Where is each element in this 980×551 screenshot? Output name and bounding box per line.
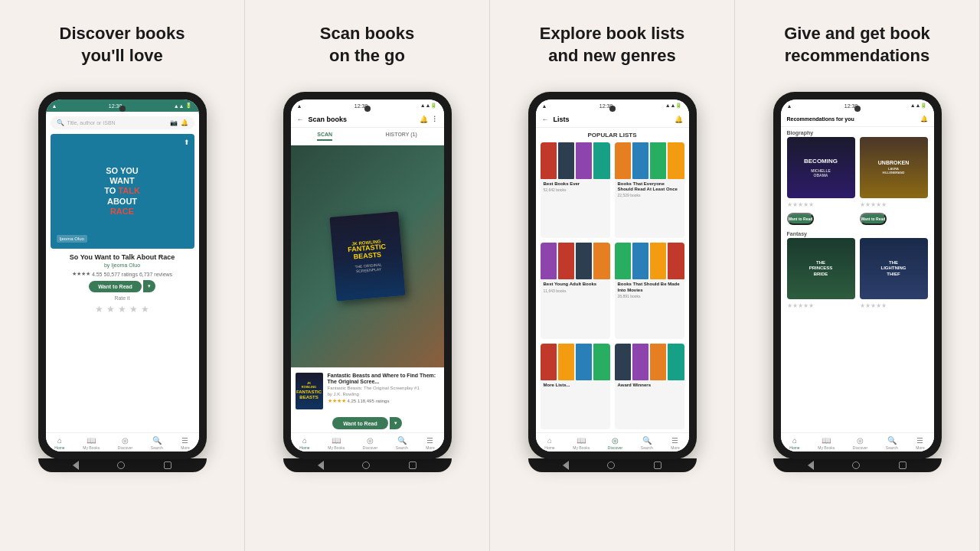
phone1-screen: ▲ 12:30 ▲▲ 🔋 🔍 Title, author or ISBN 📷 🔔…: [46, 99, 199, 452]
cover-text: So you want to talk about race: [98, 160, 146, 223]
recents-button-2[interactable]: [409, 461, 416, 469]
home-button-3[interactable]: [607, 461, 615, 469]
nav-search-4[interactable]: 🔍Search: [886, 436, 898, 450]
user-rating-stars[interactable]: ★★★★★: [52, 304, 193, 315]
rec-appbar: Recommendations for you 🔔: [781, 112, 934, 127]
back-button-2[interactable]: [318, 461, 324, 470]
nav-more[interactable]: ☰More: [181, 436, 189, 450]
rating-stars: ★★★★ 4.55 50,577 ratings 6,737 reviews: [52, 271, 193, 277]
bottom-nav: ⌂Home 📖My Books ◎Discover 🔍Search ☰More: [46, 432, 199, 452]
nav-home-2[interactable]: ⌂Home: [299, 436, 309, 450]
nav-search-2[interactable]: 🔍Search: [396, 436, 408, 450]
dropdown-arrow[interactable]: ▾: [143, 280, 155, 292]
fantasy-books-row: THEPRINCESSBRIDE ★★★★★ THELIGHTNINGTHIEF…: [781, 238, 934, 314]
nav-mybooks-2[interactable]: 📖My Books: [328, 436, 345, 450]
phone4-nav-bar: [773, 458, 942, 472]
book-princess-bride[interactable]: THEPRINCESSBRIDE ★★★★★: [787, 238, 855, 311]
bell-icon-4[interactable]: 🔔: [920, 116, 928, 122]
list-card-2[interactable]: Best Young Adult Books 11,643 books: [541, 243, 610, 338]
nav-discover-2[interactable]: ◎Discover: [363, 436, 377, 450]
book-unbroken[interactable]: UNBROKEN LAURAHILLENBRAND ★★★★★ Want to …: [860, 137, 928, 225]
phone1: ▲ 12:30 ▲▲ 🔋 🔍 Title, author or ISBN 📷 🔔…: [38, 92, 207, 459]
nav-more-3[interactable]: ☰More: [671, 436, 679, 450]
panel-discover: Discover books you'll love ▲ 12:30 ▲▲ 🔋 …: [0, 0, 245, 551]
back-icon[interactable]: ←: [297, 116, 304, 123]
nav-search[interactable]: 🔍Search: [151, 436, 163, 450]
recents-button[interactable]: [164, 461, 172, 469]
nav-discover-3[interactable]: ◎Discover: [608, 436, 622, 450]
panel3-title: Explore book lists and new genres: [540, 23, 685, 77]
phone2: ▲ 12:30 ▲▲🔋 ← Scan books 🔔 ⋮ SCAN HISTOR…: [283, 92, 452, 459]
nav-discover-4[interactable]: ◎Discover: [853, 436, 867, 450]
phone2-camera: [364, 106, 371, 112]
list-card-0[interactable]: Best Books Ever 52,642 books: [541, 142, 610, 238]
author-link[interactable]: Ijeoma Oluo: [111, 262, 140, 268]
result-author: by J.K. Rowling: [328, 392, 439, 396]
panel1-title: Discover books you'll love: [60, 23, 185, 77]
result-stars: ★★★★ 4.25 118,495 ratings: [328, 398, 439, 404]
phone3-camera: [609, 106, 616, 112]
phone4-screen: ▲ 12:30 ▲▲🔋 Recommendations for you 🔔 Bi…: [781, 99, 934, 452]
nav-more-2[interactable]: ☰More: [426, 436, 434, 450]
result-subtitle: Fantastic Beasts: The Original Screenpla…: [328, 386, 439, 390]
camera-icon[interactable]: 📷: [170, 119, 178, 126]
nav-discover[interactable]: ◎Discover: [118, 436, 132, 450]
scan-result: JKROWLINGFANTASTICBEASTS Fantastic Beast…: [291, 367, 444, 414]
list-card-4[interactable]: More Lists...: [541, 344, 610, 429]
search-icon: 🔍: [57, 119, 64, 126]
tab-history[interactable]: HISTORY (1): [386, 132, 417, 141]
nav-more-4[interactable]: ☰More: [916, 436, 924, 450]
book-lightning-thief[interactable]: THELIGHTNINGTHIEF ★★★★★: [860, 238, 928, 311]
list-card-1[interactable]: Books That Everyone Should Read At Least…: [615, 142, 684, 238]
phone4-camera: [854, 106, 861, 112]
nav-home-4[interactable]: ⌂Home: [789, 436, 799, 450]
phone3: ▲ 12:30 ▲▲🔋 ← Lists 🔔 POPULAR LISTS: [528, 92, 697, 459]
back-button-3[interactable]: [563, 461, 569, 470]
popular-lists-title: POPULAR LISTS: [536, 128, 689, 142]
home-button-4[interactable]: [852, 461, 860, 469]
want-to-read-button-2[interactable]: Want to Read: [332, 417, 387, 429]
phone2-nav-bar: [283, 458, 452, 472]
list-card-5[interactable]: Award Winners: [615, 344, 684, 429]
bell-icon[interactable]: 🔔: [181, 119, 188, 126]
share-icon[interactable]: ⬆: [184, 139, 190, 146]
back-button[interactable]: [73, 461, 79, 470]
result-cover: JKROWLINGFANTASTICBEASTS: [296, 373, 323, 409]
search-bar[interactable]: 🔍 Title, author or ISBN 📷 🔔: [51, 116, 194, 129]
recents-button-3[interactable]: [654, 461, 662, 469]
list-card-3[interactable]: Books That Should Be Made Into Movies 28…: [615, 243, 684, 338]
more-icon[interactable]: ⋮: [431, 116, 438, 123]
bottom-nav-3: ⌂Home 📖My Books ◎Discover 🔍Search ☰More: [536, 432, 689, 452]
nav-mybooks-4[interactable]: 📖My Books: [818, 436, 835, 450]
nav-home-3[interactable]: ⌂Home: [544, 436, 554, 450]
back-button-4[interactable]: [808, 461, 814, 470]
tab-scan[interactable]: SCAN: [317, 132, 332, 141]
book-becoming[interactable]: BECOMING MICHELLEOBAMA ★★★★★ Want to Rea…: [787, 137, 855, 225]
nav-mybooks-3[interactable]: 📖My Books: [573, 436, 590, 450]
bell-icon[interactable]: 🔔: [420, 116, 428, 123]
nav-search-3[interactable]: 🔍Search: [641, 436, 653, 450]
home-button[interactable]: [117, 461, 125, 469]
panel2-title: Scan books on the go: [320, 23, 414, 77]
back-icon-3[interactable]: ←: [542, 116, 549, 123]
want-to-read-becoming[interactable]: Want to Read: [787, 213, 815, 225]
home-button-2[interactable]: [362, 461, 370, 469]
bell-icon-3[interactable]: 🔔: [675, 116, 683, 123]
want-to-read-unbroken[interactable]: Want to Read: [860, 213, 887, 225]
phone1-nav-bar: [38, 458, 207, 472]
dropdown-arrow-2[interactable]: ▾: [390, 417, 402, 429]
princess-stars: ★★★★★: [787, 302, 855, 309]
book-info: So You Want to Talk About Race by Ijeoma…: [46, 253, 199, 432]
phone1-camera: [119, 106, 126, 112]
phone2-screen: ▲ 12:30 ▲▲🔋 ← Scan books 🔔 ⋮ SCAN HISTOR…: [291, 99, 444, 452]
biography-section-label: Biography: [781, 127, 934, 137]
want-to-read-button[interactable]: Want to Read: [89, 281, 141, 292]
rate-it-label: Rate it: [52, 295, 193, 301]
nav-home[interactable]: ⌂Home: [54, 436, 64, 450]
scan-camera-view: JK ROWLING FANTASTICBEASTS THE ORIGINALS…: [291, 145, 444, 367]
recents-button-4[interactable]: [899, 461, 906, 469]
result-info: Fantastic Beasts and Where to Find Them:…: [328, 373, 439, 404]
book-author-line: by Ijeoma Oluo: [52, 262, 193, 268]
book-title: So You Want to Talk About Race: [52, 253, 193, 261]
nav-mybooks[interactable]: 📖My Books: [83, 436, 100, 450]
